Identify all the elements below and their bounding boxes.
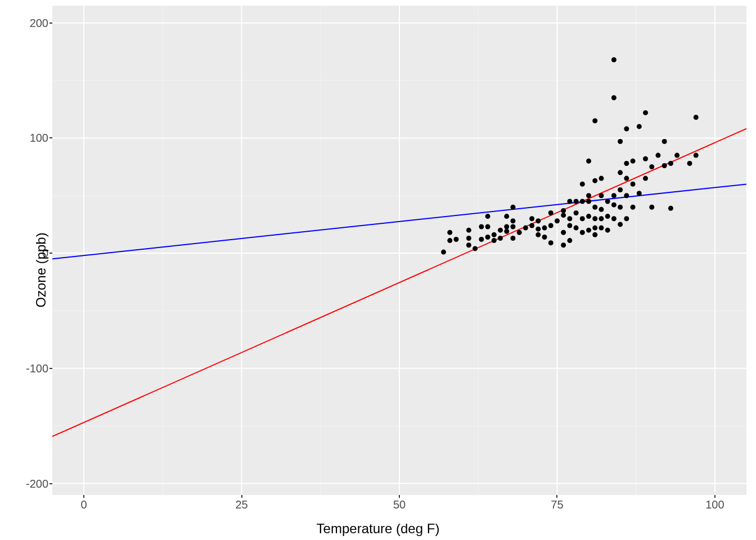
data-point — [586, 193, 591, 198]
data-point — [624, 161, 629, 166]
data-point — [529, 216, 534, 221]
data-point — [580, 199, 585, 204]
data-point — [555, 218, 560, 223]
data-point — [598, 176, 604, 181]
y-tick-label: 200 — [15, 16, 48, 29]
data-point — [567, 223, 572, 228]
y-tick-mark — [50, 253, 52, 254]
y-tick-label: 100 — [15, 132, 48, 145]
y-axis-label: Ozone (ppb) — [33, 232, 49, 307]
data-point — [668, 161, 673, 166]
scatter-chart: -200-1000100200 0255075100 Ozone (ppb) T… — [0, 0, 756, 540]
data-point — [624, 127, 629, 132]
x-tick-label: 100 — [705, 498, 724, 511]
data-point — [643, 176, 648, 181]
data-point — [574, 199, 579, 204]
data-point — [548, 223, 554, 228]
data-point — [472, 246, 478, 251]
x-tick-mark — [399, 495, 400, 498]
plot-svg — [52, 6, 746, 495]
data-point — [649, 205, 654, 210]
data-point — [567, 238, 572, 243]
data-point — [586, 199, 591, 204]
data-point — [479, 224, 484, 230]
data-point — [510, 218, 515, 223]
data-point — [580, 216, 585, 221]
data-point — [492, 238, 497, 243]
data-point — [611, 216, 616, 221]
data-point — [592, 216, 597, 221]
data-point — [447, 238, 452, 243]
y-tick-mark — [50, 368, 52, 369]
data-point — [598, 207, 604, 212]
data-point — [662, 163, 667, 168]
data-point — [504, 229, 509, 234]
data-point — [529, 223, 534, 228]
data-point — [510, 236, 515, 241]
data-point — [586, 159, 591, 164]
data-point — [592, 205, 597, 210]
data-point — [561, 242, 566, 248]
data-point — [592, 226, 597, 231]
data-point — [485, 235, 490, 240]
data-point — [504, 214, 509, 219]
data-point — [441, 250, 446, 255]
y-tick-label: -200 — [15, 477, 48, 490]
data-point — [542, 235, 547, 240]
data-point — [662, 139, 667, 144]
data-point — [687, 161, 692, 166]
data-point — [598, 216, 604, 221]
data-point — [561, 208, 566, 213]
data-point — [631, 159, 636, 164]
x-tick-mark — [556, 495, 557, 498]
data-point — [517, 230, 522, 235]
data-point — [574, 226, 579, 231]
data-point — [631, 205, 636, 210]
data-point — [605, 199, 610, 204]
data-point — [510, 224, 515, 230]
data-point — [479, 237, 484, 242]
data-point — [548, 210, 554, 215]
x-tick-label: 50 — [393, 498, 406, 511]
data-point — [611, 95, 616, 100]
data-point — [598, 193, 604, 198]
data-point — [536, 227, 541, 232]
data-point — [624, 176, 629, 181]
x-tick-label: 25 — [235, 498, 248, 511]
data-point — [598, 226, 604, 231]
data-point — [504, 224, 509, 230]
data-point — [605, 228, 610, 233]
data-point — [674, 153, 680, 158]
data-point — [586, 228, 591, 233]
data-point — [453, 237, 458, 242]
x-tick-label: 75 — [551, 498, 563, 511]
data-point — [649, 164, 654, 169]
data-point — [618, 205, 623, 210]
data-point — [466, 242, 471, 248]
data-point — [624, 216, 629, 221]
data-point — [498, 236, 503, 241]
y-tick-label: -100 — [15, 362, 48, 375]
data-point — [447, 230, 452, 235]
data-point — [466, 228, 471, 233]
data-point — [586, 214, 591, 219]
data-point — [485, 224, 490, 230]
data-point — [668, 206, 673, 211]
x-tick-label: 0 — [81, 498, 87, 511]
data-point — [637, 124, 642, 129]
data-point — [631, 182, 636, 187]
x-tick-mark — [714, 495, 716, 498]
data-point — [618, 187, 623, 192]
data-point — [580, 230, 585, 235]
y-tick-mark — [50, 137, 52, 138]
data-point — [542, 226, 547, 231]
data-point — [536, 232, 541, 237]
data-point — [611, 193, 616, 198]
data-point — [580, 182, 585, 187]
data-point — [510, 205, 515, 210]
data-point — [485, 214, 490, 219]
data-point — [618, 139, 623, 144]
data-point — [592, 232, 597, 237]
data-point — [694, 153, 699, 158]
y-tick-mark — [50, 22, 52, 24]
